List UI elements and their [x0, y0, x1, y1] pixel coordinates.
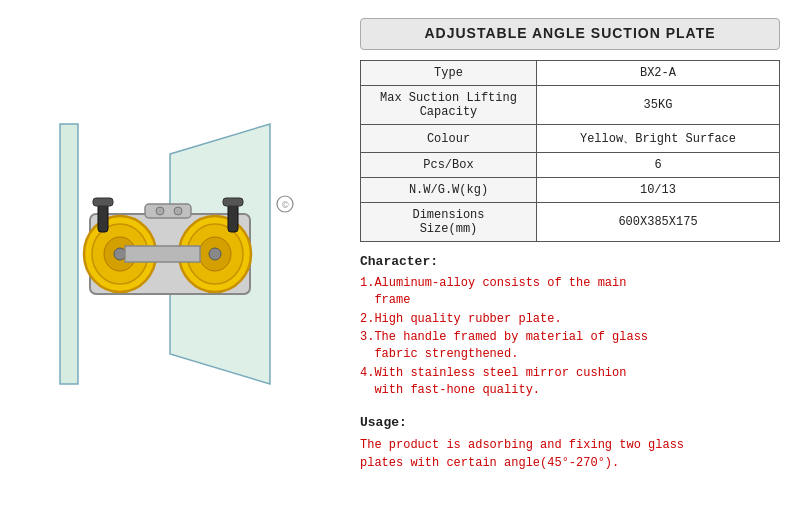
- table-row: Pcs/Box 6: [361, 153, 780, 178]
- dimensions-value: 600X385X175: [536, 203, 779, 242]
- characters-title: Character:: [360, 254, 780, 269]
- svg-rect-15: [223, 198, 243, 206]
- table-header-row: Type BX2-A: [361, 61, 780, 86]
- product-illustration: ©: [30, 94, 330, 414]
- svg-rect-0: [60, 124, 78, 384]
- suction-value: 35KG: [536, 86, 779, 125]
- char-item-2: 2.High quality rubber plate.: [360, 311, 780, 328]
- svg-rect-16: [145, 204, 191, 218]
- char-item-3: 3.The handle framed by material of glass…: [360, 329, 780, 363]
- char-item-4: 4.With stainless steel mirror cushion wi…: [360, 365, 780, 399]
- nw-label: N.W/G.W(kg): [361, 178, 537, 203]
- pcs-value: 6: [536, 153, 779, 178]
- char-item-1: 1.Aluminum-alloy consists of the main fr…: [360, 275, 780, 309]
- colour-value: Yellow、Bright Surface: [536, 125, 779, 153]
- svg-point-17: [156, 207, 164, 215]
- svg-rect-11: [125, 246, 200, 262]
- usage-text: The product is adsorbing and fixing two …: [360, 436, 780, 472]
- nw-value: 10/13: [536, 178, 779, 203]
- type-value: BX2-A: [536, 61, 779, 86]
- usage-section: Usage: The product is adsorbing and fixi…: [360, 415, 780, 472]
- product-image: ©: [30, 94, 330, 414]
- table-row: N.W/G.W(kg) 10/13: [361, 178, 780, 203]
- svg-rect-13: [93, 198, 113, 206]
- colour-label: Colour: [361, 125, 537, 153]
- svg-text:©: ©: [282, 200, 289, 210]
- usage-title: Usage:: [360, 415, 780, 430]
- product-title-banner: ADJUSTABLE ANGLE SUCTION PLATE: [360, 18, 780, 50]
- characters-list: 1.Aluminum-alloy consists of the main fr…: [360, 275, 780, 399]
- table-row: DimensionsSize(mm) 600X385X175: [361, 203, 780, 242]
- dimensions-label: DimensionsSize(mm): [361, 203, 537, 242]
- type-label: Type: [361, 61, 537, 86]
- product-image-area: ©: [10, 10, 350, 498]
- table-row: Colour Yellow、Bright Surface: [361, 125, 780, 153]
- svg-point-10: [209, 248, 221, 260]
- table-row: Max Suction LiftingCapacity 35KG: [361, 86, 780, 125]
- svg-point-18: [174, 207, 182, 215]
- characters-section: Character: 1.Aluminum-alloy consists of …: [360, 254, 780, 401]
- suction-label: Max Suction LiftingCapacity: [361, 86, 537, 125]
- pcs-label: Pcs/Box: [361, 153, 537, 178]
- svg-point-6: [114, 248, 126, 260]
- specs-table: Type BX2-A Max Suction LiftingCapacity 3…: [360, 60, 780, 242]
- product-info: ADJUSTABLE ANGLE SUCTION PLATE Type BX2-…: [350, 10, 790, 498]
- product-title: ADJUSTABLE ANGLE SUCTION PLATE: [424, 25, 715, 41]
